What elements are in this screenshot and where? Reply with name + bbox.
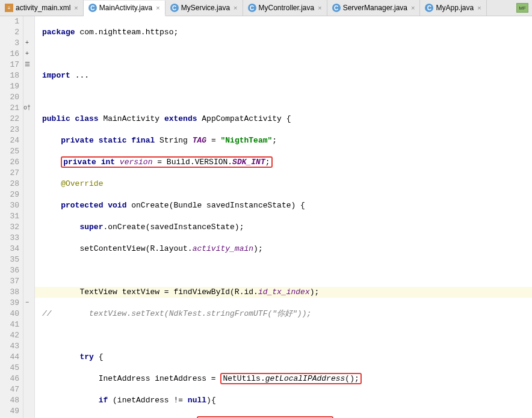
tab-bar: ≡ activity_main.xml × C MainActivity.jav…: [0, 0, 532, 16]
breakpoint-icon[interactable]: ☰: [23, 60, 31, 70]
tab-my-app[interactable]: C MyApp.java ×: [420, 0, 486, 16]
close-icon[interactable]: ×: [74, 4, 78, 11]
close-icon[interactable]: ×: [411, 4, 415, 11]
java-class-icon: C: [88, 4, 97, 12]
editor: 1 2 3 16 17 18 19 20 21 22 23 24 25 26 2…: [0, 16, 532, 418]
highlight-box-version-decl: private int version = Build.VERSION.SDK_…: [61, 156, 272, 168]
tab-activity-main-xml[interactable]: ≡ activity_main.xml ×: [0, 0, 84, 16]
close-icon[interactable]: ×: [234, 4, 237, 11]
java-class-icon: C: [425, 4, 433, 12]
tab-label: ServerManager.java: [343, 4, 407, 12]
manifest-icon[interactable]: MF: [516, 3, 528, 13]
highlight-box-netutils: NetUtils.getLocalIPAddress();: [220, 373, 361, 384]
close-icon[interactable]: ×: [477, 4, 481, 11]
close-icon[interactable]: ×: [318, 4, 321, 11]
java-class-icon: C: [332, 4, 341, 12]
tab-label: MainActivity.java: [99, 4, 152, 12]
gutter-line-numbers: 1 2 3 16 17 18 19 20 21 22 23 24 25 26 2…: [0, 16, 23, 418]
tab-my-controller[interactable]: C MyController.java ×: [243, 0, 327, 16]
gutter-marks: + + ☰ o† − −: [23, 16, 35, 418]
java-class-icon: C: [170, 4, 179, 12]
tab-main-activity[interactable]: C MainActivity.java ×: [84, 1, 165, 16]
tab-label: MyService.java: [181, 4, 230, 12]
tab-overflow: MF: [487, 0, 532, 16]
fold-icon[interactable]: −: [23, 298, 31, 309]
code-area[interactable]: package com.nightteam.httpso; import ...…: [35, 16, 532, 418]
close-icon[interactable]: ×: [156, 4, 159, 11]
tab-label: MyApp.java: [436, 4, 474, 12]
fold-icon[interactable]: +: [23, 38, 31, 49]
override-icon[interactable]: o†: [23, 103, 31, 114]
tab-my-service[interactable]: C MyService.java ×: [165, 0, 243, 16]
xml-icon: ≡: [5, 4, 13, 12]
fold-icon[interactable]: +: [23, 49, 31, 60]
java-class-icon: C: [248, 4, 256, 12]
tab-label: activity_main.xml: [16, 4, 70, 12]
tab-server-manager[interactable]: C ServerManager.java ×: [327, 0, 421, 16]
tab-label: MyController.java: [259, 4, 315, 12]
